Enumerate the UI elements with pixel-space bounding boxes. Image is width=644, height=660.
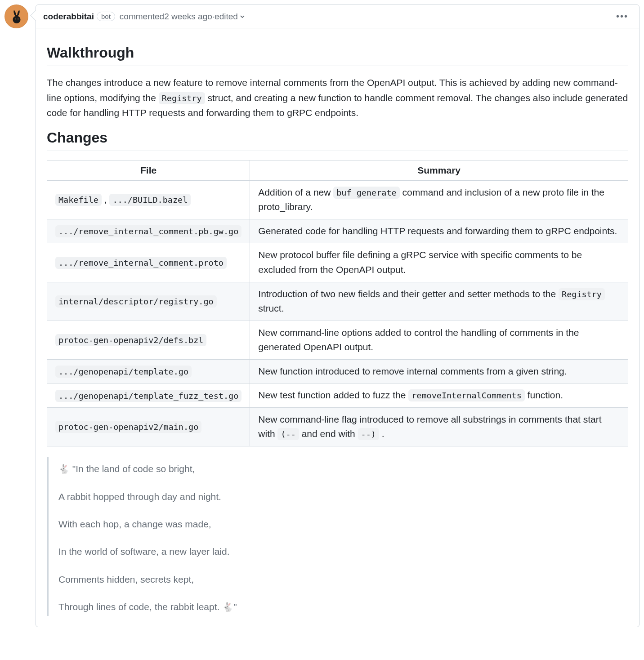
edited-label[interactable]: edited	[215, 12, 238, 22]
file-path: .../remove_internal_comment.pb.gw.go	[55, 225, 242, 237]
summary-cell: New protocol buffer file defining a gRPC…	[250, 243, 628, 282]
table-row: protoc-gen-openapiv2/main.goNew command-…	[47, 407, 628, 446]
table-row: .../genopenapi/template.goNew function i…	[47, 359, 628, 384]
table-header-file: File	[47, 160, 250, 180]
file-path: protoc-gen-openapiv2/main.go	[55, 421, 201, 433]
file-cell: Makefile , .../BUILD.bazel	[47, 180, 250, 219]
file-path: .../BUILD.bazel	[109, 194, 191, 206]
file-path: .../genopenapi/template.go	[55, 366, 192, 378]
code-inline: removeInternalComments	[408, 389, 525, 401]
comment-body: Walkthrough The changes introduce a new …	[36, 28, 639, 627]
poem-line: 🐇 "In the land of code so bright,	[58, 463, 628, 475]
changes-table: File Summary Makefile , .../BUILD.bazelA…	[47, 160, 628, 446]
summary-cell: Introduction of two new fields and their…	[250, 282, 628, 321]
changes-heading: Changes	[47, 129, 628, 151]
svg-point-0	[14, 18, 15, 19]
summary-cell: Generated code for handling HTTP request…	[250, 219, 628, 243]
walkthrough-heading: Walkthrough	[47, 45, 628, 66]
code-inline: buf generate	[333, 187, 399, 199]
avatar[interactable]	[4, 4, 28, 28]
code-inline: Registry	[159, 92, 205, 104]
table-row: .../remove_internal_comment.pb.gw.goGene…	[47, 219, 628, 243]
summary-cell: New function introduced to remove intern…	[250, 359, 628, 384]
file-path: protoc-gen-openapiv2/defs.bzl	[55, 334, 206, 346]
poem-line: Through lines of code, the rabbit leapt.…	[58, 601, 628, 613]
table-row: Makefile , .../BUILD.bazelAddition of a …	[47, 180, 628, 219]
summary-cell: Addition of a new buf generate command a…	[250, 180, 628, 219]
chevron-down-icon[interactable]	[240, 12, 245, 22]
poem-blockquote: 🐇 "In the land of code so bright, A rabb…	[47, 457, 628, 616]
table-row: .../genopenapi/template_fuzz_test.goNew …	[47, 384, 628, 408]
summary-cell: New command-line flag introduced to remo…	[250, 407, 628, 446]
file-cell: .../genopenapi/template_fuzz_test.go	[47, 384, 250, 408]
walkthrough-paragraph: The changes introduce a new feature to r…	[47, 75, 628, 120]
file-path: .../genopenapi/template_fuzz_test.go	[55, 390, 242, 402]
comment-container: coderabbitai bot commented 2 weeks ago ·…	[4, 4, 640, 627]
file-cell: .../remove_internal_comment.pb.gw.go	[47, 219, 250, 243]
commented-label: commented	[120, 12, 164, 22]
poem-line: With each hop, a change was made,	[58, 518, 628, 530]
bot-badge: bot	[97, 12, 115, 21]
summary-cell: New test function added to fuzz the remo…	[250, 384, 628, 408]
rabbit-icon	[9, 9, 24, 24]
table-header-summary: Summary	[250, 160, 628, 180]
comment-header: coderabbitai bot commented 2 weeks ago ·…	[36, 5, 639, 28]
file-cell: internal/descriptor/registry.go	[47, 282, 250, 321]
rabbit-emoji-icon: 🐇	[222, 602, 233, 612]
file-cell: protoc-gen-openapiv2/defs.bzl	[47, 321, 250, 359]
code-inline: --)	[358, 428, 379, 440]
kebab-menu-button[interactable]: •••	[613, 9, 632, 23]
code-inline: Registry	[559, 288, 605, 300]
timestamp[interactable]: 2 weeks ago	[164, 12, 212, 22]
table-row: protoc-gen-openapiv2/defs.bzlNew command…	[47, 321, 628, 359]
file-cell: .../remove_internal_comment.proto	[47, 243, 250, 282]
poem-line: In the world of software, a new layer la…	[58, 545, 628, 557]
poem-line: A rabbit hopped through day and night.	[58, 491, 628, 503]
svg-point-1	[18, 18, 18, 19]
code-inline: (--	[277, 428, 299, 440]
file-cell: protoc-gen-openapiv2/main.go	[47, 407, 250, 446]
comment-author[interactable]: coderabbitai	[43, 12, 94, 22]
rabbit-emoji-icon: 🐇	[58, 464, 70, 474]
file-path: internal/descriptor/registry.go	[55, 295, 217, 308]
file-path: .../remove_internal_comment.proto	[55, 257, 227, 269]
comment-box: coderabbitai bot commented 2 weeks ago ·…	[36, 4, 640, 627]
poem-line: Comments hidden, secrets kept,	[58, 573, 628, 585]
summary-cell: New command-line options added to contro…	[250, 321, 628, 359]
table-row: internal/descriptor/registry.goIntroduct…	[47, 282, 628, 321]
file-path: Makefile	[55, 194, 102, 206]
file-cell: .../genopenapi/template.go	[47, 359, 250, 384]
table-row: .../remove_internal_comment.protoNew pro…	[47, 243, 628, 282]
